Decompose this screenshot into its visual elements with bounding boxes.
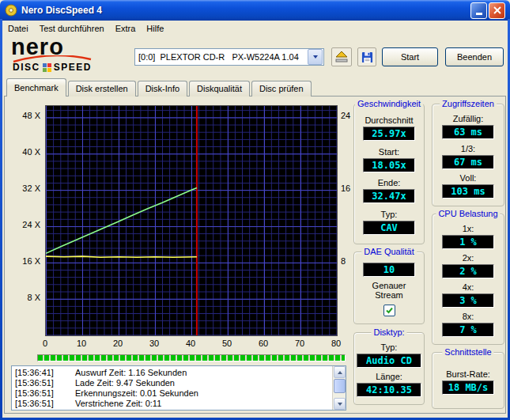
result-row: Voll:103 ms	[442, 173, 494, 199]
lcd-value-2x: 2 %	[442, 264, 494, 278]
lcd-value-ende: 32.47x	[363, 189, 415, 203]
result-row: 2x:2 %	[442, 253, 494, 278]
y-axis-left-tick: 40 X	[9, 147, 40, 157]
result-row: 1/3:67 ms	[442, 144, 494, 169]
menu-item-hilfe[interactable]: Hilfe	[141, 22, 169, 35]
app-icon	[5, 4, 17, 17]
lcd-value-zuf-llig: 63 ms	[442, 125, 494, 139]
minimize-button[interactable]	[470, 2, 487, 19]
group-cpu-usage: CPU Belastung 1x:1 %2x:2 %4x:3 %8x:7 %	[432, 214, 504, 345]
quit-button[interactable]: Beenden	[445, 47, 504, 66]
y-axis-left-tick: 16 X	[9, 256, 40, 267]
log-line: [15:36:51]Lade Zeit: 9.47 Sekunden	[15, 378, 332, 388]
lcd-value-l-nge: 42:10.35	[357, 383, 421, 397]
result-row: Typ:Audio CD	[357, 342, 421, 368]
scroll-thumb[interactable]	[334, 379, 346, 393]
titlebar: Nero DiscSpeed 4	[0, 0, 510, 21]
benchmark-chart: 48 X40 X32 X24 X16 X8 X24168010203040506…	[9, 100, 351, 350]
menu-item-test-durchf-hren[interactable]: Test durchführen	[34, 22, 110, 35]
x-axis-tick: 30	[144, 339, 164, 349]
log-timestamp: [15:36:41]	[15, 368, 75, 378]
color-grid-icon	[43, 63, 51, 72]
result-row: Durchschnitt25.97x	[363, 115, 415, 141]
result-label-burst-rate: Burst-Rate:	[446, 369, 490, 379]
x-axis-tick: 70	[289, 339, 310, 349]
x-axis-tick: 60	[253, 339, 274, 349]
lcd-value-4x: 3 %	[442, 293, 494, 308]
start-button[interactable]: Start	[382, 47, 438, 66]
result-row: Typ:CAV	[363, 210, 415, 235]
eject-button[interactable]	[331, 47, 352, 66]
lcd-value-1x: 1 %	[442, 235, 494, 249]
result-label-8x: 8x:	[463, 312, 474, 321]
tab-disk-erstellen[interactable]: Disk erstellen	[68, 81, 136, 96]
minimize-icon	[476, 13, 482, 15]
close-icon	[493, 6, 501, 14]
nero-brand-text: nero	[11, 36, 134, 58]
group-access-times: Zugriffszeiten Zufällig:63 ms1/3:67 msVo…	[432, 104, 504, 206]
log-line: [15:36:41]Auswurf Zeit: 1.16 Sekunden	[15, 368, 332, 378]
group-speed: Geschwindigkeit Durchschnitt25.97xStart:…	[353, 104, 425, 244]
result-label-l-nge: Länge:	[376, 372, 402, 381]
log-scrollbar[interactable]	[332, 366, 346, 410]
nero-logo: nero DISC SPEED	[11, 36, 134, 74]
result-label-1x: 1x:	[463, 224, 474, 233]
menubar: DateiTest durchführenExtraHilfe	[2, 21, 508, 36]
accurate-stream-checkbox[interactable]	[383, 305, 395, 316]
drive-select[interactable]: [0:0] PLEXTOR CD-R PX-W5224A 1.04	[134, 48, 324, 66]
log-message: Auswurf Zeit: 1.16 Sekunden	[75, 368, 187, 377]
result-row: 4x:3 %	[442, 282, 494, 308]
y-axis-left-tick: 24 X	[9, 220, 40, 230]
x-axis-tick: 10	[71, 339, 92, 349]
group-dae-quality: DAE Qualität 10 Genauer Stream	[353, 252, 425, 324]
result-label-typ: Typ:	[381, 210, 398, 219]
result-row: Burst-Rate:18 MB/s	[442, 369, 494, 395]
scroll-up-button[interactable]	[334, 366, 346, 378]
app-window: Nero DiscSpeed 4 DateiTest durchführenEx…	[0, 0, 510, 420]
x-axis-tick: 0	[35, 339, 55, 349]
result-label-typ: Typ:	[381, 342, 398, 352]
close-button[interactable]	[489, 2, 505, 19]
log-message: Verstrichene Zeit: 0:11	[75, 399, 161, 408]
menu-item-extra[interactable]: Extra	[110, 22, 142, 35]
log-message: Erkennungszeit: 0.01 Sekunden	[75, 388, 198, 398]
drive-select-dropdown-button[interactable]	[308, 49, 323, 65]
arrow-down-icon	[338, 403, 342, 406]
progress-bar	[37, 354, 346, 361]
arrow-up-icon	[338, 371, 342, 374]
lcd-value-1-3: 67 ms	[442, 155, 494, 169]
y-axis-left-tick: 48 X	[9, 111, 40, 121]
lcd-value-typ: Audio CD	[357, 354, 421, 368]
scroll-down-button[interactable]	[334, 398, 346, 410]
log-line: [15:36:51]Erkennungszeit: 0.01 Sekunden	[15, 388, 332, 399]
tab-disk-info[interactable]: Disk-Info	[138, 81, 187, 96]
chart-plot-area	[45, 105, 338, 336]
y-axis-left-tick: 32 X	[9, 184, 40, 194]
chevron-down-icon	[313, 55, 318, 59]
window-title: Nero DiscSpeed 4	[21, 5, 469, 16]
result-label-zuf-llig: Zufällig:	[453, 114, 484, 123]
lcd-value-burst-rate: 18 MB/s	[442, 380, 494, 395]
menu-item-datei[interactable]: Datei	[2, 22, 34, 35]
save-button[interactable]	[357, 47, 376, 66]
log-timestamp: [15:36:51]	[15, 378, 75, 388]
log-box: [15:36:41]Auswurf Zeit: 1.16 Sekunden[15…	[11, 365, 346, 411]
lcd-value-typ: CAV	[363, 221, 415, 235]
x-axis-tick: 40	[180, 339, 201, 349]
tab-diskqualit-t[interactable]: Diskqualität	[189, 81, 250, 96]
drive-select-value: [0:0] PLEXTOR CD-R PX-W5224A 1.04	[135, 52, 308, 62]
save-icon	[361, 51, 373, 63]
group-interface: Schnittstelle Burst-Rate:18 MB/s	[432, 352, 504, 409]
x-axis-tick: 80	[326, 339, 346, 349]
result-row: Ende:32.47x	[363, 178, 415, 203]
tab-disc-pr-fen[interactable]: Disc prüfen	[251, 81, 312, 96]
log-lines: [15:36:41]Auswurf Zeit: 1.16 Sekunden[15…	[12, 366, 332, 410]
result-label-1-3: 1/3:	[461, 144, 475, 153]
checkmark-icon	[385, 306, 394, 315]
result-row: 8x:7 %	[442, 312, 494, 337]
tab-benchmark[interactable]: Benchmark	[6, 78, 66, 96]
result-row: Zufällig:63 ms	[442, 114, 494, 139]
result-label-ende: Ende:	[378, 178, 401, 187]
discspeed-wordmark: DISC SPEED	[13, 62, 92, 73]
result-label-durchschnitt: Durchschnitt	[365, 115, 413, 125]
